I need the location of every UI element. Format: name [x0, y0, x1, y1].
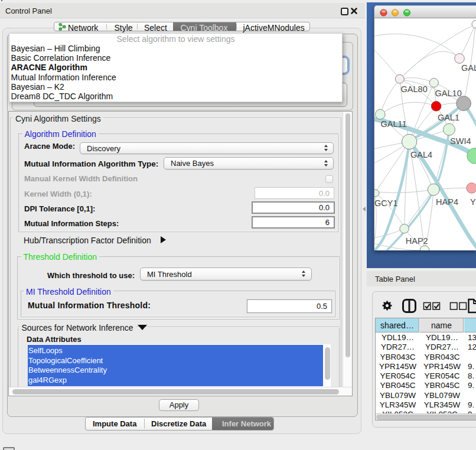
svg-text:GAL80: GAL80: [401, 84, 428, 94]
svg-text:GCY1: GCY1: [374, 198, 398, 208]
svg-text:GAL7: GAL7: [461, 63, 476, 73]
svg-text:GAL11: GAL11: [381, 119, 407, 129]
svg-text:YM: YM: [470, 197, 476, 207]
svg-text:GAL10: GAL10: [435, 89, 462, 98]
svg-text:HAP2: HAP2: [406, 236, 428, 246]
svg-text:GAL4: GAL4: [410, 150, 432, 159]
svg-text:SWI4: SWI4: [450, 136, 471, 146]
svg-text:HAP4: HAP4: [436, 197, 458, 207]
svg-text:GAL1: GAL1: [438, 113, 459, 122]
